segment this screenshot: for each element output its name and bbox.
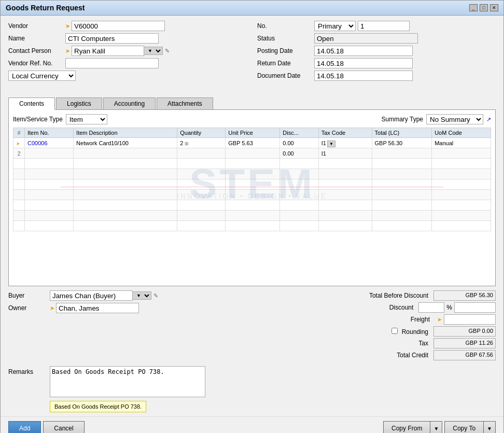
no-input[interactable] bbox=[358, 21, 410, 31]
window-controls: _ □ ✕ bbox=[469, 4, 498, 11]
row-1-unit-price[interactable]: GBP 5.63 bbox=[226, 138, 280, 148]
total-credit-row: Total Credit GBP 67.56 bbox=[257, 350, 496, 360]
row-2-quantity[interactable] bbox=[177, 148, 226, 159]
tab-accounting[interactable]: Accounting bbox=[103, 97, 156, 109]
no-row: No. Primary bbox=[257, 21, 496, 31]
copy-to-button[interactable]: Copy To bbox=[444, 421, 484, 433]
tabs-row: Contents Logistics Accounting Attachment… bbox=[8, 97, 496, 110]
rounding-label: Rounding bbox=[257, 328, 433, 336]
grid-separator-line bbox=[61, 187, 443, 187]
tax-row: Tax GBP 11.26 bbox=[257, 338, 496, 348]
vendor-arrow-icon: ➤ bbox=[65, 23, 70, 30]
vendor-ref-input[interactable] bbox=[65, 58, 159, 68]
row-1-item-no[interactable]: C00006 bbox=[25, 138, 74, 148]
copy-to-arrow-button[interactable]: ▼ bbox=[484, 421, 496, 433]
items-table: # Item No. Item Description Quantity Uni… bbox=[13, 128, 491, 231]
no-type-select[interactable]: Primary bbox=[314, 21, 356, 31]
maximize-button[interactable]: □ bbox=[480, 4, 488, 11]
contact-arrow-icon: ➤ bbox=[65, 48, 70, 54]
tabs-section: Contents Logistics Accounting Attachment… bbox=[8, 97, 496, 286]
contact-person-input[interactable] bbox=[72, 46, 144, 56]
remarks-label: Remarks bbox=[8, 368, 50, 375]
remarks-section: Remarks Based On Goods Receipt PO 738. B… bbox=[8, 366, 496, 412]
summary-section: Summary Type No Summary ↗ bbox=[382, 114, 491, 124]
row-1-description[interactable]: Network Card10/100 bbox=[74, 138, 177, 148]
header-form: Vendor ➤ Name Contact Person ➤ ▼ ✎ bbox=[1, 16, 503, 92]
no-label: No. bbox=[257, 22, 314, 30]
row-2-unit-price[interactable] bbox=[226, 148, 280, 159]
vendor-row: Vendor ➤ bbox=[8, 21, 247, 31]
freight-arrow-icon[interactable]: ➤ bbox=[437, 316, 442, 323]
contact-edit-icon[interactable]: ✎ bbox=[165, 48, 170, 54]
tab-attachments[interactable]: Attachments bbox=[157, 97, 213, 109]
tab-logistics[interactable]: Logistics bbox=[56, 97, 102, 109]
right-header: No. Primary Status Posting Date Return D… bbox=[257, 21, 496, 83]
currency-select[interactable]: Local Currency bbox=[8, 71, 76, 81]
name-input[interactable] bbox=[65, 33, 159, 44]
return-date-input[interactable] bbox=[314, 58, 413, 68]
row-1-total: GBP 56.30 bbox=[372, 138, 432, 148]
rounding-row: Rounding GBP 0.00 bbox=[257, 326, 496, 337]
buyer-dropdown[interactable]: ▼ bbox=[132, 291, 151, 300]
row-1-tax-code[interactable]: I1 ▼ bbox=[318, 138, 372, 148]
row-2-discount[interactable]: 0.00 bbox=[280, 148, 318, 159]
row-2-description[interactable] bbox=[74, 148, 177, 159]
status-label: Status bbox=[257, 35, 314, 42]
row-1-uom[interactable]: Manual bbox=[432, 138, 491, 148]
freight-row: Freight ➤ bbox=[257, 314, 496, 325]
copy-from-arrow-button[interactable]: ▼ bbox=[430, 421, 442, 433]
discount-value[interactable] bbox=[454, 302, 496, 313]
cancel-button[interactable]: Cancel bbox=[43, 421, 84, 433]
table-row bbox=[13, 179, 491, 190]
posting-date-input[interactable] bbox=[314, 46, 413, 56]
freight-value[interactable] bbox=[444, 314, 496, 325]
row-1-discount[interactable]: 0.00 bbox=[280, 138, 318, 148]
row-2-total bbox=[372, 148, 432, 159]
total-credit-label: Total Credit bbox=[257, 352, 433, 359]
buyer-input-group: ▼ ✎ bbox=[50, 290, 158, 301]
table-row: ➤ C00006 Network Card10/100 2 ⊞ GBP 5.63… bbox=[13, 138, 491, 148]
add-button[interactable]: Add bbox=[8, 421, 41, 433]
footer-left-buttons: Add Cancel bbox=[8, 421, 85, 433]
posting-date-row: Posting Date bbox=[257, 46, 496, 56]
remarks-input-container: Based On Goods Receipt PO 738. Based On … bbox=[50, 366, 205, 412]
row-2-item-no[interactable] bbox=[25, 148, 74, 159]
col-header-uom: UoM Code bbox=[432, 128, 491, 138]
col-header-total: Total (LC) bbox=[372, 128, 432, 138]
return-date-row: Return Date bbox=[257, 58, 496, 68]
item-type-select[interactable]: Item bbox=[66, 114, 107, 124]
discount-pct-label: % bbox=[446, 304, 452, 311]
table-row bbox=[13, 159, 491, 169]
vendor-input[interactable] bbox=[72, 21, 165, 31]
row-2-uom[interactable] bbox=[432, 148, 491, 159]
close-button[interactable]: ✕ bbox=[490, 4, 498, 11]
vendor-label: Vendor bbox=[8, 22, 65, 30]
row-2-tax-code[interactable]: I1 bbox=[318, 148, 372, 159]
bottom-section: Buyer ▼ ✎ Owner ➤ Total Before Discount … bbox=[8, 290, 496, 362]
document-date-input[interactable] bbox=[314, 71, 413, 81]
discount-percent-input[interactable] bbox=[418, 302, 444, 313]
contact-person-dropdown[interactable]: ▼ bbox=[144, 47, 163, 55]
minimize-button[interactable]: _ bbox=[469, 4, 478, 11]
left-header: Vendor ➤ Name Contact Person ➤ ▼ ✎ bbox=[8, 21, 247, 83]
expand-arrow-icon[interactable]: ↗ bbox=[486, 116, 491, 123]
tax-code-dropdown-icon[interactable]: ▼ bbox=[327, 141, 335, 147]
tax-value: GBP 11.26 bbox=[433, 338, 496, 348]
buyer-edit-icon[interactable]: ✎ bbox=[153, 292, 158, 299]
rounding-checkbox[interactable] bbox=[391, 328, 398, 334]
total-credit-value: GBP 67.56 bbox=[433, 350, 496, 360]
buyer-input[interactable] bbox=[50, 290, 133, 301]
document-date-label: Document Date bbox=[257, 72, 314, 79]
tab-contents[interactable]: Contents bbox=[8, 97, 55, 110]
remarks-textarea[interactable]: Based On Goods Receipt PO 738. bbox=[50, 366, 205, 397]
quantity-expand-icon[interactable]: ⊞ bbox=[185, 141, 189, 146]
owner-input[interactable] bbox=[56, 303, 139, 313]
summary-type-select[interactable]: No Summary bbox=[426, 114, 483, 124]
copy-from-button[interactable]: Copy From bbox=[383, 421, 430, 433]
row-1-quantity[interactable]: 2 ⊞ bbox=[177, 138, 226, 148]
posting-date-label: Posting Date bbox=[257, 47, 314, 54]
row-1-arrow-icon: ➤ bbox=[16, 141, 20, 146]
status-row: Status bbox=[257, 33, 496, 44]
main-window: Goods Return Request _ □ ✕ Vendor ➤ Name bbox=[0, 0, 504, 433]
col-header-quantity: Quantity bbox=[177, 128, 226, 138]
